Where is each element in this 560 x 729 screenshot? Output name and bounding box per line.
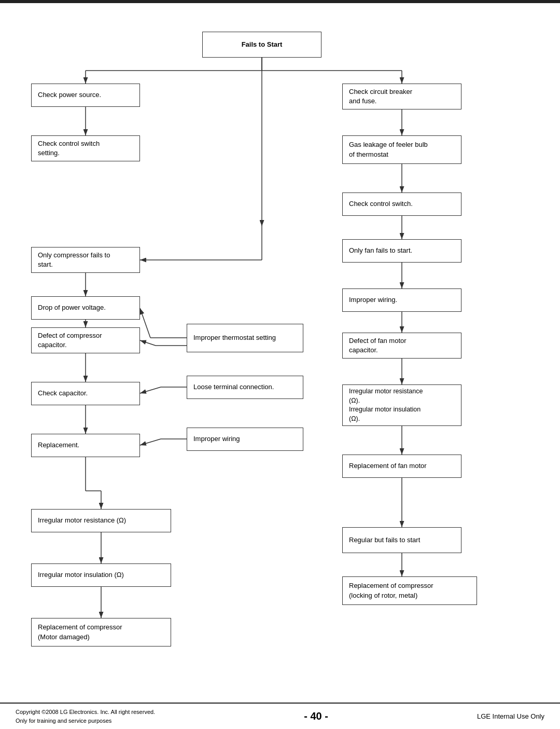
svg-line-18 (140, 308, 150, 338)
replacement-box: Replacement. (31, 434, 140, 457)
svg-line-20 (140, 340, 156, 346)
footer-page-number: - 40 - (304, 710, 328, 722)
svg-line-23 (140, 387, 161, 393)
regular-but-fails-box: Regular but fails to start (342, 527, 461, 553)
drop-power-voltage-box: Drop of power voltage. (31, 296, 140, 320)
gas-leakage-box: Gas leakage of feeler bulb of thermostat (342, 135, 461, 164)
footer-left: Copyright ©2008 LG Electronics. Inc. All… (16, 708, 155, 725)
svg-line-28 (140, 439, 161, 445)
only-fan-fails-box: Only fan fails to start. (342, 239, 461, 263)
irregular-motor-insulation-comp-box: Irregular motor insulation (Ω) (31, 563, 171, 587)
only-compressor-fails-box: Only compressor fails to start. (31, 247, 140, 273)
check-power-box: Check power source. (31, 84, 140, 107)
check-control-switch-box: Check control switch. (342, 192, 461, 216)
improper-wiring-comp-box: Improper wiring (187, 428, 303, 451)
footer: Copyright ©2008 LG Electronics. Inc. All… (0, 703, 560, 729)
check-circuit-breaker-box: Check circuit breaker and fuse. (342, 84, 461, 109)
irregular-motor-resistance-comp-box: Irregular motor resistance (Ω) (31, 509, 171, 532)
check-capacitor-box: Check capacitor. (31, 382, 140, 405)
replacement-compressor-locking-box: Replacement of compressor (locking of ro… (342, 576, 477, 605)
fails-to-start-box: Fails to Start (202, 32, 321, 58)
loose-terminal-box: Loose terminal connection. (187, 376, 303, 399)
improper-wiring-fan-box: Improper wiring. (342, 288, 461, 312)
defect-fan-cap-box: Defect of fan motor capacitor. (342, 333, 461, 359)
page: Fails to Start Check power source. Check… (0, 0, 560, 729)
irregular-motor-resistance-fan-box: Irregular motor resistance (Ω). Irregula… (342, 384, 461, 426)
replacement-fan-motor-box: Replacement of fan motor (342, 455, 461, 478)
improper-thermostat-box: Improper thermostat setting (187, 324, 303, 352)
footer-right: LGE Internal Use Only (477, 712, 544, 720)
diagram: Fails to Start Check power source. Check… (0, 3, 560, 688)
replacement-compressor-motor-box: Replacement of compressor (Motor damaged… (31, 618, 171, 647)
defect-compressor-cap-box: Defect of compressor capacitor. (31, 327, 140, 353)
check-control-switch-setting-box: Check control switch setting. (31, 135, 140, 161)
